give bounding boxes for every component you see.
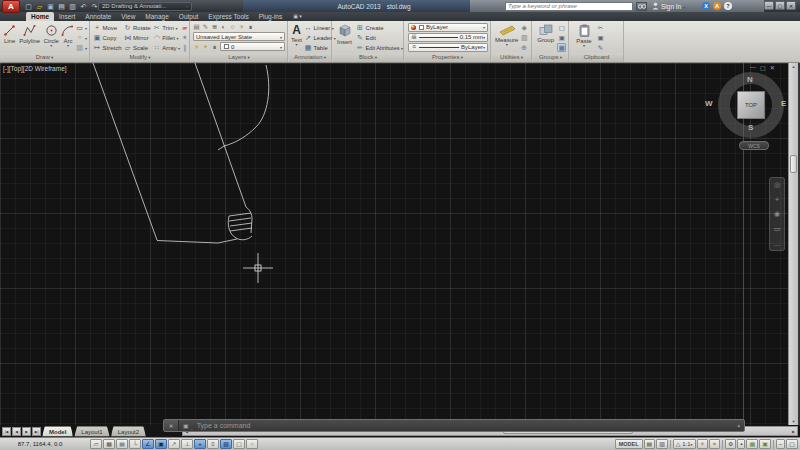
scale-button[interactable]: ▱Scale <box>124 43 151 53</box>
minimize-button[interactable]: — <box>764 1 774 10</box>
lineweight-dropdown[interactable]: ≣0.15 mm <box>408 33 488 42</box>
lock-icon[interactable]: ∎ <box>211 43 218 51</box>
search-button[interactable] <box>636 2 647 11</box>
workspace-switching-button[interactable]: ⚙ <box>725 439 736 449</box>
clipbo ard-panel-title[interactable]: Clipboard <box>570 53 623 62</box>
layers-panel-title[interactable]: Layers <box>191 53 287 62</box>
polyline-button[interactable]: Polyline <box>18 22 41 53</box>
transparency-toggle[interactable]: ▨ <box>220 439 232 449</box>
layer-lock-icon[interactable]: ∎ <box>247 23 254 31</box>
layer-state-dropdown[interactable]: Unsaved Layer State <box>193 32 285 41</box>
command-history-expand-icon[interactable]: ▲ <box>737 423 741 428</box>
ellipse-flyout-button[interactable]: ○ <box>76 33 88 43</box>
tab-plugins[interactable]: Plug-ins <box>254 12 287 21</box>
bulb-icon[interactable]: ☀ <box>193 43 200 51</box>
navbar-more-icon[interactable]: … <box>774 240 781 247</box>
command-line-palette[interactable]: ✕ ▣ Type a command ▲ <box>163 419 745 432</box>
vertical-scrollbar[interactable]: ▲ ▼ <box>788 63 798 425</box>
wcs-dropdown[interactable]: WCS <box>739 141 769 150</box>
orbit-icon[interactable]: ▭ <box>774 225 781 233</box>
application-menu-button[interactable]: A <box>2 0 20 13</box>
group-selection-button[interactable]: ▦ <box>557 43 567 53</box>
autodesk-360-icon[interactable]: A <box>713 2 721 10</box>
viewcube-north[interactable]: N <box>747 75 753 84</box>
toolbar-lock-button[interactable]: ▪ <box>737 439 745 449</box>
snap-mode-toggle[interactable]: ▦ <box>103 439 115 449</box>
vp-minimize-icon[interactable]: — <box>750 64 756 71</box>
linetype-dropdown[interactable]: ≡ByLayer <box>408 43 488 52</box>
dynamic-input-toggle[interactable]: + <box>194 439 206 449</box>
edit-attributes-button[interactable]: ✏Edit Attributes <box>356 43 402 53</box>
rectangle-flyout-button[interactable]: ▭ <box>76 23 88 33</box>
object-color-dropdown[interactable]: ByLayer <box>408 23 488 32</box>
tab-manage[interactable]: Manage <box>140 12 174 21</box>
previous-layout-icon[interactable]: ◀ <box>12 427 21 436</box>
undo-icon[interactable]: ↶ <box>79 2 88 11</box>
group-edit-button[interactable]: ▣ <box>557 33 567 43</box>
insert-block-button[interactable]: Insert <box>335 22 354 53</box>
hardware-acceleration-button[interactable]: ▦ <box>746 439 758 449</box>
vertical-scroll-thumb[interactable] <box>790 155 797 173</box>
rotate-button[interactable]: ↻Rotate <box>124 23 151 33</box>
command-input-prompt[interactable]: Type a command <box>197 422 737 429</box>
utilities-panel-title[interactable]: Utilities <box>492 53 531 62</box>
command-line-grip[interactable]: ✕ <box>164 420 179 431</box>
edit-block-button[interactable]: ✎Edit <box>356 33 402 43</box>
tab-layout2[interactable]: Layout2 <box>111 426 146 437</box>
close-button[interactable]: ✕ <box>786 1 796 10</box>
layer-states-icon[interactable]: ≣ <box>211 23 218 31</box>
array-button[interactable]: ∷Array <box>153 43 179 53</box>
quick-properties-toggle[interactable]: ▢ <box>233 439 245 449</box>
coordinate-readout[interactable]: 87.7, 1164.4, 0.0 <box>0 441 80 447</box>
sun-icon[interactable]: ✦ <box>202 43 209 51</box>
command-close-icon[interactable]: ✕ <box>169 423 174 429</box>
sign-in-button[interactable]: Sign In <box>652 1 685 11</box>
annotation-visibility-button[interactable]: ☀ <box>697 439 708 449</box>
save-as-icon[interactable]: ▤ <box>57 2 66 11</box>
plot-icon[interactable]: ▥ <box>68 2 77 11</box>
next-layout-icon[interactable]: ▶ <box>22 427 31 436</box>
tab-model[interactable]: Model <box>42 426 73 437</box>
stretch-button[interactable]: ↦Stretch <box>93 43 122 53</box>
first-layout-icon[interactable]: |◀ <box>2 427 11 436</box>
tab-annotate[interactable]: Annotate <box>80 12 116 21</box>
group-button[interactable]: Group <box>535 22 556 53</box>
groups-panel-title[interactable]: Groups <box>533 53 568 62</box>
tab-layout1[interactable]: Layout1 <box>74 426 109 437</box>
ungroup-button[interactable]: ▢ <box>557 23 567 33</box>
match-properties-button[interactable]: ✎ <box>596 43 606 53</box>
vp-restore-icon[interactable]: ▢ <box>760 64 766 71</box>
workspace-dropdown[interactable]: 2D Drafting & Annotati... <box>98 2 192 11</box>
explode-button[interactable]: ✶ <box>181 33 189 43</box>
offset-button[interactable]: ∥ <box>181 43 189 53</box>
viewport-controls-label[interactable]: [-][Top][2D Wireframe] <box>3 65 67 72</box>
ribbon-minimize-icon[interactable]: ▣ ▾ <box>293 12 302 21</box>
object-snap-toggle[interactable]: ▣ <box>155 439 167 449</box>
table-button[interactable]: ▦Table <box>304 43 330 53</box>
dynamic-ucs-toggle[interactable]: ⊥ <box>181 439 193 449</box>
copy-clip-button[interactable]: ▣ <box>596 33 606 43</box>
layer-isolate-icon[interactable]: ☀ <box>238 23 245 31</box>
vp-close-icon[interactable]: ✕ <box>770 64 775 71</box>
restore-button[interactable]: ▢ <box>775 1 785 10</box>
fillet-button[interactable]: ◠Fillet <box>153 33 179 43</box>
properties-panel-title[interactable]: Properties <box>405 53 490 62</box>
exchange-apps-icon[interactable]: X <box>702 2 710 10</box>
viewcube-top-face[interactable]: TOP <box>737 91 765 119</box>
last-layout-icon[interactable]: ▶| <box>32 427 41 436</box>
line-button[interactable]: Line <box>2 22 17 53</box>
quick-view-drawings-button[interactable]: ▥ <box>656 439 668 449</box>
erase-button[interactable]: ▰ <box>181 23 189 33</box>
layer-freeze-icon[interactable]: ◐ <box>220 23 227 31</box>
tab-view[interactable]: View <box>116 12 140 21</box>
zoom-extents-icon[interactable]: ◉ <box>774 210 780 218</box>
tab-insert[interactable]: Insert <box>54 12 80 21</box>
viewcube-east[interactable]: E <box>781 99 786 108</box>
ortho-mode-toggle[interactable]: └ <box>129 439 141 449</box>
drawing-canvas[interactable]: [-][Top][2D Wireframe] — ▢ ✕ N W E S <box>0 63 788 425</box>
isolate-objects-button[interactable]: ▣ <box>759 439 771 449</box>
move-button[interactable]: +Move <box>93 23 122 33</box>
current-layer-dropdown[interactable]: 0 <box>220 42 285 51</box>
save-icon[interactable]: ▣ <box>46 2 55 11</box>
layer-edit-icon[interactable]: ✎ <box>202 23 209 31</box>
